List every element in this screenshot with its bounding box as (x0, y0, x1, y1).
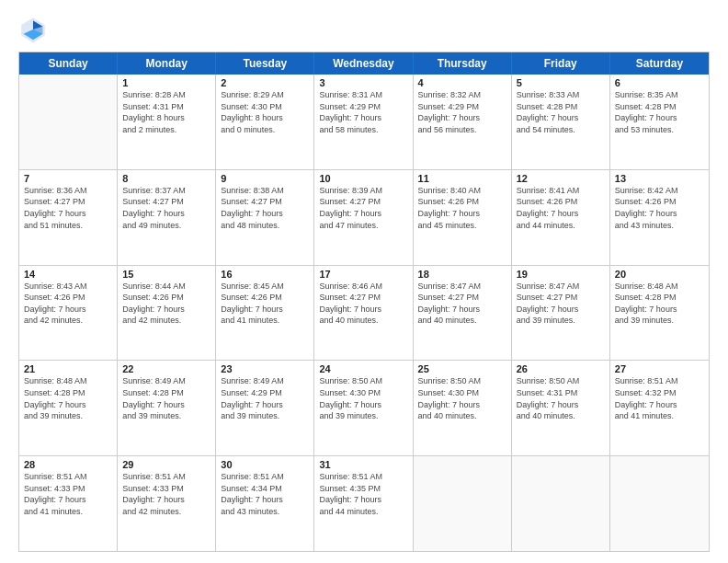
calendar-cell: 23Sunrise: 8:49 AM Sunset: 4:29 PM Dayli… (216, 361, 314, 455)
day-info: Sunrise: 8:36 AM Sunset: 4:27 PM Dayligh… (24, 185, 112, 231)
calendar-cell: 3Sunrise: 8:31 AM Sunset: 4:29 PM Daylig… (314, 75, 413, 169)
calendar-cell: 9Sunrise: 8:38 AM Sunset: 4:27 PM Daylig… (216, 170, 314, 265)
day-info: Sunrise: 8:35 AM Sunset: 4:28 PM Dayligh… (615, 89, 704, 135)
day-info: Sunrise: 8:51 AM Sunset: 4:34 PM Dayligh… (221, 471, 309, 517)
day-number: 26 (517, 363, 605, 374)
calendar-row-1: 1Sunrise: 8:28 AM Sunset: 4:31 PM Daylig… (19, 75, 709, 169)
day-info: Sunrise: 8:39 AM Sunset: 4:27 PM Dayligh… (319, 185, 407, 231)
day-number: 19 (517, 269, 605, 280)
header-day-thursday: Thursday (414, 52, 512, 75)
calendar-cell (19, 75, 118, 169)
header-day-saturday: Saturday (610, 52, 709, 75)
calendar-cell: 2Sunrise: 8:29 AM Sunset: 4:30 PM Daylig… (216, 75, 314, 169)
day-number: 31 (319, 459, 407, 470)
day-info: Sunrise: 8:50 AM Sunset: 4:30 PM Dayligh… (418, 375, 506, 421)
calendar-cell: 11Sunrise: 8:40 AM Sunset: 4:26 PM Dayli… (414, 170, 512, 265)
day-info: Sunrise: 8:49 AM Sunset: 4:28 PM Dayligh… (122, 375, 210, 421)
day-number: 15 (122, 269, 210, 280)
day-info: Sunrise: 8:29 AM Sunset: 4:30 PM Dayligh… (221, 89, 309, 135)
day-info: Sunrise: 8:37 AM Sunset: 4:27 PM Dayligh… (122, 185, 210, 231)
day-info: Sunrise: 8:42 AM Sunset: 4:26 PM Dayligh… (615, 185, 704, 231)
calendar-cell: 30Sunrise: 8:51 AM Sunset: 4:34 PM Dayli… (216, 456, 314, 551)
header-day-wednesday: Wednesday (314, 52, 413, 75)
calendar-header: SundayMondayTuesdayWednesdayThursdayFrid… (19, 52, 709, 75)
day-number: 23 (221, 363, 309, 374)
calendar-cell: 1Sunrise: 8:28 AM Sunset: 4:31 PM Daylig… (118, 75, 216, 169)
day-number: 3 (319, 77, 407, 88)
day-number: 11 (418, 173, 506, 184)
calendar-cell (414, 456, 512, 551)
day-number: 27 (615, 363, 704, 374)
page: SundayMondayTuesdayWednesdayThursdayFrid… (0, 0, 728, 563)
logo-icon (18, 15, 48, 44)
day-number: 4 (418, 77, 506, 88)
calendar-cell: 21Sunrise: 8:48 AM Sunset: 4:28 PM Dayli… (19, 361, 118, 455)
day-number: 24 (319, 363, 407, 374)
day-number: 2 (221, 77, 309, 88)
day-number: 14 (24, 269, 112, 280)
day-number: 28 (24, 459, 112, 470)
day-info: Sunrise: 8:48 AM Sunset: 4:28 PM Dayligh… (615, 281, 704, 327)
calendar-row-4: 21Sunrise: 8:48 AM Sunset: 4:28 PM Dayli… (19, 360, 709, 455)
calendar-cell: 27Sunrise: 8:51 AM Sunset: 4:32 PM Dayli… (610, 361, 709, 455)
calendar-cell: 12Sunrise: 8:41 AM Sunset: 4:26 PM Dayli… (512, 170, 610, 265)
day-number: 30 (221, 459, 309, 470)
day-info: Sunrise: 8:51 AM Sunset: 4:33 PM Dayligh… (24, 471, 112, 517)
day-info: Sunrise: 8:50 AM Sunset: 4:30 PM Dayligh… (319, 375, 407, 421)
day-info: Sunrise: 8:38 AM Sunset: 4:27 PM Dayligh… (221, 185, 309, 231)
day-number: 5 (517, 77, 605, 88)
day-info: Sunrise: 8:47 AM Sunset: 4:27 PM Dayligh… (418, 281, 506, 327)
logo (18, 15, 51, 44)
day-info: Sunrise: 8:33 AM Sunset: 4:28 PM Dayligh… (517, 89, 605, 135)
day-number: 29 (122, 459, 210, 470)
day-info: Sunrise: 8:49 AM Sunset: 4:29 PM Dayligh… (221, 375, 309, 421)
day-number: 10 (319, 173, 407, 184)
day-number: 18 (418, 269, 506, 280)
day-info: Sunrise: 8:32 AM Sunset: 4:29 PM Dayligh… (418, 89, 506, 135)
day-number: 21 (24, 363, 112, 374)
day-number: 20 (615, 269, 704, 280)
day-info: Sunrise: 8:51 AM Sunset: 4:35 PM Dayligh… (319, 471, 407, 517)
day-info: Sunrise: 8:41 AM Sunset: 4:26 PM Dayligh… (517, 185, 605, 231)
calendar-cell: 19Sunrise: 8:47 AM Sunset: 4:27 PM Dayli… (512, 266, 610, 361)
day-info: Sunrise: 8:45 AM Sunset: 4:26 PM Dayligh… (221, 281, 309, 327)
day-info: Sunrise: 8:43 AM Sunset: 4:26 PM Dayligh… (24, 281, 112, 327)
calendar-cell: 24Sunrise: 8:50 AM Sunset: 4:30 PM Dayli… (314, 361, 413, 455)
day-number: 13 (615, 173, 704, 184)
calendar-cell: 17Sunrise: 8:46 AM Sunset: 4:27 PM Dayli… (314, 266, 413, 361)
calendar-cell: 22Sunrise: 8:49 AM Sunset: 4:28 PM Dayli… (118, 361, 216, 455)
day-number: 6 (615, 77, 704, 88)
calendar-cell: 15Sunrise: 8:44 AM Sunset: 4:26 PM Dayli… (118, 266, 216, 361)
calendar-cell: 26Sunrise: 8:50 AM Sunset: 4:31 PM Dayli… (512, 361, 610, 455)
day-info: Sunrise: 8:28 AM Sunset: 4:31 PM Dayligh… (122, 89, 210, 135)
calendar-cell: 14Sunrise: 8:43 AM Sunset: 4:26 PM Dayli… (19, 266, 118, 361)
day-info: Sunrise: 8:50 AM Sunset: 4:31 PM Dayligh… (517, 375, 605, 421)
day-number: 7 (24, 173, 112, 184)
calendar-cell: 20Sunrise: 8:48 AM Sunset: 4:28 PM Dayli… (610, 266, 709, 361)
day-info: Sunrise: 8:48 AM Sunset: 4:28 PM Dayligh… (24, 375, 112, 421)
calendar-cell (610, 456, 709, 551)
calendar-cell: 31Sunrise: 8:51 AM Sunset: 4:35 PM Dayli… (314, 456, 413, 551)
day-number: 16 (221, 269, 309, 280)
header-day-monday: Monday (118, 52, 216, 75)
calendar-cell: 28Sunrise: 8:51 AM Sunset: 4:33 PM Dayli… (19, 456, 118, 551)
day-info: Sunrise: 8:44 AM Sunset: 4:26 PM Dayligh… (122, 281, 210, 327)
header-day-sunday: Sunday (19, 52, 118, 75)
day-info: Sunrise: 8:51 AM Sunset: 4:33 PM Dayligh… (122, 471, 210, 517)
day-number: 9 (221, 173, 309, 184)
calendar-body: 1Sunrise: 8:28 AM Sunset: 4:31 PM Daylig… (19, 75, 709, 551)
header-day-tuesday: Tuesday (216, 52, 314, 75)
calendar-cell: 6Sunrise: 8:35 AM Sunset: 4:28 PM Daylig… (610, 75, 709, 169)
calendar-row-5: 28Sunrise: 8:51 AM Sunset: 4:33 PM Dayli… (19, 455, 709, 551)
calendar-cell (512, 456, 610, 551)
day-info: Sunrise: 8:40 AM Sunset: 4:26 PM Dayligh… (418, 185, 506, 231)
day-number: 8 (122, 173, 210, 184)
calendar-cell: 5Sunrise: 8:33 AM Sunset: 4:28 PM Daylig… (512, 75, 610, 169)
day-number: 25 (418, 363, 506, 374)
calendar-cell: 18Sunrise: 8:47 AM Sunset: 4:27 PM Dayli… (414, 266, 512, 361)
calendar-cell: 16Sunrise: 8:45 AM Sunset: 4:26 PM Dayli… (216, 266, 314, 361)
day-info: Sunrise: 8:51 AM Sunset: 4:32 PM Dayligh… (615, 375, 704, 421)
calendar-row-3: 14Sunrise: 8:43 AM Sunset: 4:26 PM Dayli… (19, 265, 709, 361)
calendar-row-2: 7Sunrise: 8:36 AM Sunset: 4:27 PM Daylig… (19, 169, 709, 265)
day-info: Sunrise: 8:31 AM Sunset: 4:29 PM Dayligh… (319, 89, 407, 135)
